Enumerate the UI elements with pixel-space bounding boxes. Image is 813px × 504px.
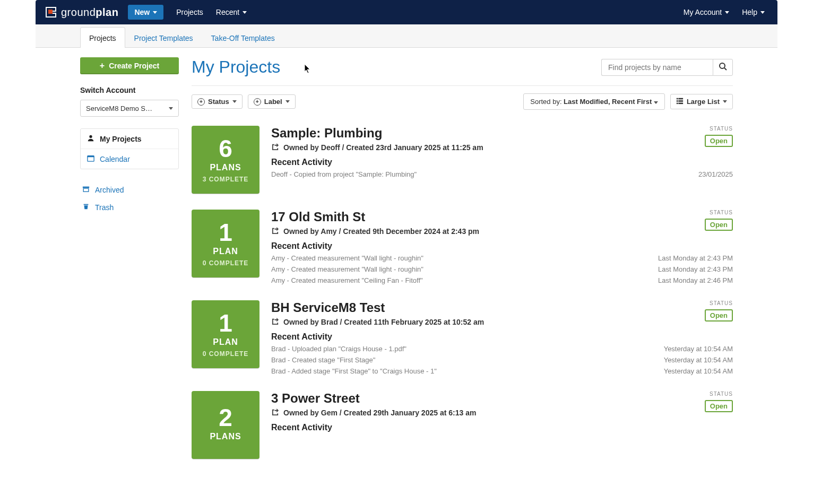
owned-by-text: Owned by Amy / Created 9th December 2024… [283, 227, 479, 236]
page-title: My Projects [192, 57, 280, 77]
project-card[interactable]: 1 PLAN 0 COMPLETE 17 Old Smith St Owned … [192, 210, 733, 284]
project-title: 3 Power Street [271, 391, 476, 406]
activity-text: Brad - Added stage "First Stage" to "Cra… [271, 367, 437, 375]
activity-row: Brad - Uploaded plan "Craigs House - 1.p… [271, 345, 733, 353]
filter-label[interactable]: + Label [248, 94, 296, 109]
share-icon [271, 317, 279, 327]
recent-activity-heading: Recent Activity [271, 423, 733, 432]
plan-complete: 0 COMPLETE [203, 350, 249, 358]
recent-activity-heading: Recent Activity [271, 241, 733, 251]
app-logo[interactable]: groundplan [42, 6, 118, 19]
svg-rect-0 [48, 10, 53, 14]
plus-circle-icon: + [254, 98, 261, 106]
plan-word: PLANS [210, 163, 241, 172]
project-tile: 6 PLANS 3 COMPLETE [192, 126, 260, 194]
svg-point-7 [720, 63, 725, 68]
caret-down-icon [169, 107, 173, 110]
project-title: Sample: Plumbing [271, 126, 483, 141]
top-navbar: groundplan New Projects Recent My Accoun… [36, 0, 777, 24]
nav-myaccount-link[interactable]: My Account [677, 5, 736, 20]
activity-time: Yesterday at 10:54 AM [664, 367, 733, 375]
activity-row: Amy - Created measurement "Wall light - … [271, 265, 733, 273]
activity-row: Brad - Created stage "First Stage"Yester… [271, 356, 733, 364]
activity-row: Amy - Created measurement "Ceiling Fan -… [271, 276, 733, 284]
tab-strip: Projects Project Templates Take-Off Temp… [36, 24, 777, 48]
svg-rect-13 [677, 103, 678, 105]
recent-activity-heading: Recent Activity [271, 158, 733, 167]
activity-time: Last Monday at 2:43 PM [658, 254, 733, 262]
status-badge: Open [705, 135, 733, 147]
plan-word: PLAN [213, 337, 238, 347]
status-badge: Open [705, 219, 733, 231]
owned-by-text: Owned by Gem / Created 29th January 2025… [283, 409, 476, 417]
logo-icon [45, 6, 57, 18]
sidebar-item-my-projects[interactable]: My Projects [81, 129, 178, 149]
svg-rect-5 [83, 188, 89, 192]
share-icon [271, 227, 279, 236]
caret-down-icon [725, 11, 729, 14]
sidebar-item-trash[interactable]: Trash [80, 198, 179, 216]
caret-down-icon [286, 100, 290, 103]
account-selector[interactable]: ServiceM8 Demo S… [80, 100, 179, 117]
activity-text: Amy - Created measurement "Ceiling Fan -… [271, 276, 423, 284]
project-title: 17 Old Smith St [271, 210, 479, 224]
view-mode-dropdown[interactable]: Large List [670, 94, 733, 109]
sidebar-item-calendar[interactable]: Calendar [81, 149, 178, 169]
svg-point-1 [89, 135, 92, 138]
nav-new-button[interactable]: New [128, 5, 163, 20]
search-button[interactable] [713, 59, 733, 76]
sidebar-item-archived[interactable]: Archived [80, 181, 179, 198]
trash-icon [82, 203, 90, 212]
create-project-button[interactable]: + Create Project [80, 57, 179, 74]
activity-text: Amy - Created measurement "Wall light - … [271, 254, 423, 262]
project-title: BH ServiceM8 Test [271, 300, 484, 315]
caret-down-icon [723, 100, 727, 103]
nav-projects-link[interactable]: Projects [170, 5, 210, 20]
plan-complete: 0 COMPLETE [203, 259, 249, 267]
activity-time: 23/01/2025 [698, 170, 733, 178]
status-label: STATUS [705, 391, 733, 397]
switch-account-heading: Switch Account [80, 86, 179, 94]
svg-rect-14 [678, 103, 683, 105]
svg-rect-11 [677, 100, 678, 102]
project-card[interactable]: 1 PLAN 0 COMPLETE BH ServiceM8 Test Owne… [192, 300, 733, 375]
activity-time: Yesterday at 10:54 AM [664, 356, 733, 364]
activity-time: Last Monday at 2:43 PM [658, 265, 733, 273]
project-tile: 1 PLAN 0 COMPLETE [192, 300, 260, 368]
tab-takeoff-templates[interactable]: Take-Off Templates [202, 27, 284, 48]
status-badge: Open [705, 400, 733, 412]
archive-icon [82, 185, 90, 194]
plan-word: PLANS [210, 432, 241, 441]
search-input[interactable] [601, 59, 713, 76]
project-card[interactable]: 6 PLANS 3 COMPLETE Sample: Plumbing Owne… [192, 126, 733, 194]
status-label: STATUS [705, 300, 733, 306]
project-tile: 1 PLAN 0 COMPLETE [192, 210, 260, 277]
plan-word: PLAN [213, 247, 238, 256]
person-icon [87, 134, 94, 143]
activity-text: Deoff - Copied from project "Sample: Plu… [271, 170, 417, 178]
nav-help-link[interactable]: Help [736, 5, 771, 20]
tab-project-templates[interactable]: Project Templates [125, 27, 202, 48]
plus-circle-icon: + [197, 98, 205, 106]
activity-text: Brad - Uploaded plan "Craigs House - 1.p… [271, 345, 406, 353]
caret-down-icon [654, 101, 658, 104]
activity-row: Brad - Added stage "First Stage" to "Cra… [271, 367, 733, 375]
status-label: STATUS [705, 126, 733, 132]
sort-dropdown[interactable]: Sorted by: Last Modified, Recent First [523, 93, 665, 110]
status-badge: Open [705, 309, 733, 321]
nav-recent-link[interactable]: Recent [210, 5, 253, 20]
sidebar-nav: My Projects Calendar [80, 128, 179, 169]
plan-count: 1 [219, 311, 232, 335]
caret-down-icon [243, 11, 247, 14]
svg-rect-3 [88, 156, 94, 158]
plan-complete: 3 COMPLETE [203, 176, 249, 183]
tab-projects[interactable]: Projects [80, 27, 125, 48]
project-card[interactable]: 2 PLANS 3 Power Street Owned by Gem / Cr… [192, 391, 733, 459]
activity-text: Amy - Created measurement "Wall light - … [271, 265, 423, 273]
filter-status[interactable]: + Status [192, 94, 243, 109]
share-icon [271, 408, 279, 418]
project-tile: 2 PLANS [192, 391, 260, 459]
logo-text: groundplan [61, 6, 118, 19]
activity-row: Deoff - Copied from project "Sample: Plu… [271, 170, 733, 178]
svg-rect-12 [678, 100, 683, 102]
